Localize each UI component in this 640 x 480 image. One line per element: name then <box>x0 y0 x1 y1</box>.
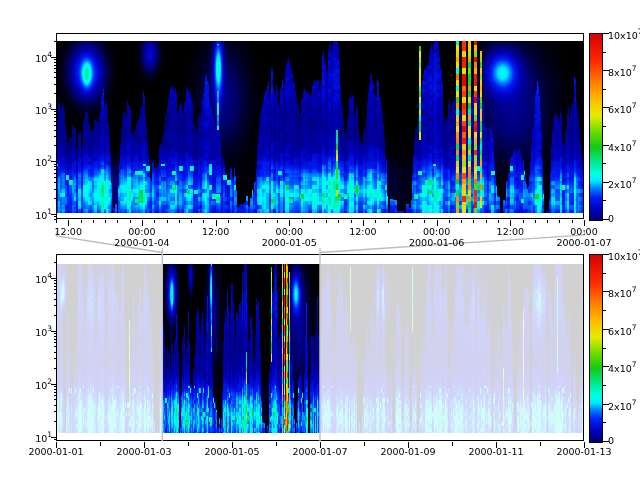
overview-x-tick-label: 2000-01-01 <box>21 446 91 457</box>
overview-colorbar-tick-label: 8x107 <box>608 285 640 299</box>
detail-x-tick-label: 00:00 <box>120 226 164 237</box>
overview-y-major-ticks <box>51 279 57 438</box>
overview-x-tick-label: 2000-01-03 <box>109 446 179 457</box>
overview-x-minor-ticks <box>101 442 541 446</box>
detail-colorbar-tick-label: 2x107 <box>608 176 640 190</box>
overview-colorbar-tick-label: 10x107 <box>608 248 640 262</box>
detail-colorbar-tick-label: 8x107 <box>608 64 640 78</box>
detail-y-major-ticks <box>51 58 57 215</box>
app-window: 10110210310410110210310412:0000:002000-0… <box>0 0 640 480</box>
detail-y-tick-label: 102 <box>18 154 52 168</box>
detail-y-tick-label: 104 <box>18 50 52 64</box>
detail-colorbar-tick-label: 6x107 <box>608 101 640 115</box>
detail-x-date-label: 2000-01-04 <box>109 237 175 248</box>
detail-y-tick-label: 103 <box>18 102 52 116</box>
overview-colorbar-tick-label: 6x107 <box>608 323 640 337</box>
colorbar-detail <box>589 33 603 221</box>
overview-x-tick-label: 2000-01-13 <box>549 446 619 457</box>
overview-y-tick-label: 101 <box>18 430 52 444</box>
overview-x-tick-label: 2000-01-09 <box>373 446 443 457</box>
detail-y-tick-label: 101 <box>18 207 52 221</box>
detail-x-tick-label: 00:00 <box>562 226 606 237</box>
detail-x-date-label: 2000-01-07 <box>551 237 617 248</box>
overview-x-tick-label: 2000-01-05 <box>197 446 267 457</box>
detail-x-tick-label: 00:00 <box>267 226 311 237</box>
detail-x-tick-label: 12:00 <box>194 226 238 237</box>
detail-colorbar-tick-label: 10x107 <box>608 27 640 41</box>
detail-x-date-label: 2000-01-05 <box>256 237 322 248</box>
detail-x-tick-label: 12:00 <box>341 226 385 237</box>
overview-colorbar-tick-label: 0 <box>608 435 640 446</box>
detail-spectrogram-canvas[interactable] <box>57 41 583 213</box>
overview-spectrogram-canvas[interactable] <box>57 264 583 433</box>
colorbar-major-ticks <box>603 255 609 442</box>
overview-y-tick-label: 102 <box>18 377 52 391</box>
detail-x-major-ticks <box>69 220 585 226</box>
overview-colorbar-tick-label: 2x107 <box>608 398 640 412</box>
overview-x-tick-label: 2000-01-11 <box>461 446 531 457</box>
detail-x-tick-label: 12:00 <box>488 226 532 237</box>
detail-x-tick-label: 00:00 <box>415 226 459 237</box>
detail-x-minor-ticks <box>57 220 573 223</box>
overview-colorbar-tick-label: 4x107 <box>608 360 640 374</box>
detail-colorbar-tick-label: 4x107 <box>608 139 640 153</box>
overview-y-tick-label: 104 <box>18 271 52 285</box>
overview-x-tick-label: 2000-01-07 <box>285 446 355 457</box>
overview-y-tick-label: 103 <box>18 324 52 338</box>
detail-colorbar-tick-label: 0 <box>608 213 640 224</box>
detail-x-tick-label: 12:00 <box>46 226 90 237</box>
colorbar-major-ticks <box>603 34 609 220</box>
colorbar-overview <box>589 254 603 443</box>
detail-x-date-label: 2000-01-06 <box>404 237 470 248</box>
